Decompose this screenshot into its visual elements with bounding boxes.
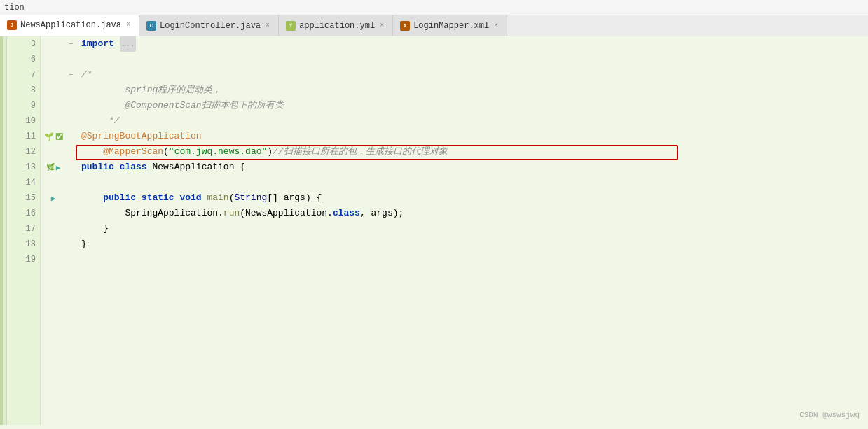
code-line: import ... [81, 36, 868, 52]
code-line: public static void main(String[] args) { [81, 190, 868, 206]
fold-row [66, 221, 76, 237]
code-token: String [234, 190, 267, 206]
indicator-row [41, 113, 66, 129]
fold-col: −− [66, 36, 76, 425]
tab-close-3[interactable]: × [378, 21, 385, 30]
line-number: 16 [7, 206, 40, 221]
fold-row [66, 160, 76, 175]
tab-label-3: application.yml [299, 21, 375, 31]
indicators: 🌱✅🌿▶▶ [41, 36, 66, 425]
yml-icon: Y [286, 21, 296, 31]
tab-close-1[interactable]: × [125, 20, 132, 29]
fold-row [66, 252, 76, 267]
code-token [81, 190, 103, 206]
code-line: /* [81, 67, 868, 83]
tab-loginmapper-xml[interactable]: X LoginMapper.xml × [393, 15, 507, 36]
tab-newsapplication[interactable]: J NewsApplication.java × [0, 15, 139, 36]
fold-row [66, 113, 76, 129]
code-token: spring [125, 83, 158, 98]
code-token: SpringApplication. [81, 206, 223, 221]
code-line: @MapperScan("com.jwq.news.dao")//扫描接口所在的… [81, 144, 868, 160]
fold-row [66, 129, 76, 144]
line-number: 10 [7, 113, 40, 129]
indicator-row [41, 252, 66, 267]
code-line [81, 175, 868, 190]
tab-logincontroller[interactable]: C LoginController.java × [139, 15, 279, 36]
code-text: public static void main(String[] args) { [81, 190, 868, 206]
fold-row [66, 83, 76, 98]
tab-label-2: LoginController.java [160, 21, 261, 31]
code-text: @SpringBootApplication [81, 129, 868, 144]
code-line: */ [81, 113, 868, 129]
tab-application-yml[interactable]: Y application.yml × [279, 15, 393, 36]
line-number: 19 [7, 252, 40, 267]
code-text: SpringApplication.run(NewsApplication.cl… [81, 206, 868, 221]
fold-row [66, 52, 76, 67]
code-line: public class NewsApplication { [81, 160, 868, 175]
indicator-row [41, 52, 66, 67]
code-token [81, 98, 125, 113]
code-token: /* [81, 67, 92, 83]
indicator-row [41, 98, 66, 113]
fold-row [66, 190, 76, 206]
code-token: "com.jwq.news.dao" [169, 144, 267, 160]
editor: 3678910111213141516171819 🌱✅🌿▶▶ −− impor… [0, 36, 868, 425]
indicator-row [41, 83, 66, 98]
tab-close-2[interactable]: × [264, 21, 271, 30]
code-line: @ComponentScan扫描本包下的所有类 [81, 98, 868, 113]
fold-row [66, 206, 76, 221]
line-number: 3 [7, 36, 40, 52]
fold-row [66, 237, 76, 252]
line-number: 13 [7, 160, 40, 175]
code-token: NewsApplication [152, 160, 240, 175]
line-number: 12 [7, 144, 40, 160]
arrow-right-icon[interactable]: ▶ [56, 163, 61, 172]
code-token: { [240, 160, 245, 175]
code-line: spring程序的启动类， [81, 83, 868, 98]
left-bar [0, 36, 7, 425]
code-text: } [81, 237, 868, 252]
fold-row[interactable]: − [66, 67, 76, 83]
code-token: public [81, 160, 120, 175]
code-token: [] args) { [267, 190, 322, 206]
line-number: 11 [7, 129, 40, 144]
tab-close-4[interactable]: × [492, 21, 500, 30]
line-number: 7 [7, 67, 40, 83]
code-text: /* [81, 67, 868, 83]
line-number: 18 [7, 237, 40, 252]
gutter: 3678910111213141516171819 [7, 36, 41, 425]
tab-label-1: NewsApplication.java [20, 20, 121, 30]
indicator-row [41, 67, 66, 83]
code-line: } [81, 237, 868, 252]
code-token: ( [229, 190, 235, 206]
bean-icon: 🌿 [46, 163, 55, 171]
indicator-row [41, 144, 66, 160]
code-area[interactable]: import .../* spring程序的启动类， @ComponentSca… [76, 36, 868, 425]
code-line: @SpringBootApplication [81, 129, 868, 144]
java-c-icon: C [146, 21, 156, 31]
code-text: import ... [81, 36, 868, 52]
xml-icon: X [400, 21, 410, 31]
code-token: class [333, 206, 360, 221]
line-number: 9 [7, 98, 40, 113]
code-token: //扫描接口所在的包，生成接口的代理对象 [273, 144, 448, 160]
code-token [81, 83, 125, 98]
line-number: 15 [7, 190, 40, 206]
tab-label-4: LoginMapper.xml [413, 21, 489, 31]
code-line: SpringApplication.run(NewsApplication.cl… [81, 206, 868, 221]
indicator-row: 🌱✅ [41, 129, 66, 144]
indicator-row [41, 175, 66, 190]
indicator-row [41, 36, 66, 52]
code-token: main [207, 190, 228, 206]
fold-row[interactable]: − [66, 36, 76, 52]
fold-row [66, 144, 76, 160]
indicator-row [41, 221, 66, 237]
code-token: } [81, 237, 87, 252]
code-token: import [81, 36, 120, 52]
indicator-row: ▶ [41, 190, 66, 206]
code-token: void [179, 190, 207, 206]
run-arrow-icon[interactable]: ▶ [51, 194, 56, 203]
fold-row [66, 175, 76, 190]
code-token: 程序的启动类， [158, 83, 221, 98]
code-token: @MapperScan [103, 144, 163, 160]
